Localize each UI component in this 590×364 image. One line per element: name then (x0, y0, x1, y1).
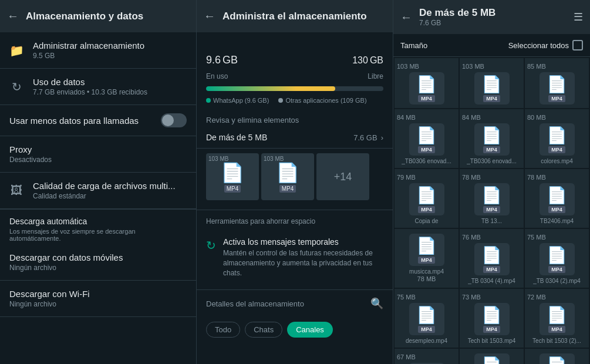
data-usage-subtitle: 7.7 GB enviados • 10.3 GB recibidos (33, 88, 187, 96)
search-icon[interactable]: 🔍 (370, 297, 383, 310)
storage-progress-bar (206, 86, 383, 91)
file-doc-icon-4: 📄 (481, 126, 502, 145)
file-icon-wrap-16: 📄 MP4 (474, 353, 510, 364)
panel1-header: ← Almacenamiento y datos (0, 0, 196, 32)
file-doc-icon-1: 📄 (481, 75, 502, 94)
file-icon-wrap-1: 📄 MP4 (474, 72, 510, 105)
folder-icon: 📁 (9, 43, 23, 58)
file-item-9[interactable]: 📄 MP4 musicca.mp4 78 MB (395, 229, 458, 288)
wifi-download-title: Descargar con Wi-Fi (9, 289, 187, 299)
file-size-bottom-9: 78 MB (417, 275, 436, 282)
panel3-back-icon[interactable]: ← (400, 11, 412, 24)
wifi-download-subtitle: Ningún archivo (9, 300, 187, 308)
menu-item-manage-storage[interactable]: 📁 Administrar almacenamiento 9.5 GB (0, 32, 196, 69)
details-title: Detalles del almacenamiento (206, 299, 304, 308)
file-item-8[interactable]: 78 MB 📄 MP4 TB2406.mp4 (525, 169, 589, 228)
file-item-0[interactable]: 103 MB 📄 MP4 (395, 58, 458, 108)
select-all-group[interactable]: Seleccionar todos (508, 40, 583, 50)
file-icon-wrap-3: 📄 MP4 (409, 123, 444, 156)
menu-item-data-usage[interactable]: ↻ Uso de datos 7.7 GB enviados • 10.3 GB… (0, 69, 196, 105)
select-all-checkbox[interactable] (572, 40, 583, 50)
file-doc-icon-16: 📄 (481, 356, 502, 364)
file-icon-wrap-17: 📄 MP4 (540, 353, 575, 364)
preview-thumbnails: 103 MB 📄 MP4 103 MB 📄 MP4 +14 (197, 149, 393, 210)
details-section[interactable]: Detalles del almacenamiento 🔍 (197, 289, 393, 317)
file-icon-wrap-4: 📄 MP4 (474, 123, 510, 156)
preview-item-1[interactable]: 103 MB 📄 MP4 (261, 153, 314, 200)
panel-almacenamiento-datos: ← Almacenamiento y datos 📁 Administrar a… (0, 0, 197, 364)
file-item-11[interactable]: 75 MB 📄 MP4 _TB 0304 (2).mp4 (525, 229, 589, 288)
file-item-13[interactable]: 73 MB 📄 MP4 Tech bit 1503.mp4 (460, 289, 524, 348)
tab-canales[interactable]: Canales (287, 322, 333, 338)
file-icon-wrap-12: 📄 MP4 (409, 303, 444, 335)
mp4-icon-1: 📄 (276, 161, 299, 184)
menu-item-upload-quality[interactable]: 🖼 Calidad de carga de archivos multi... … (0, 173, 196, 209)
menu-item-wifi-download[interactable]: Descargar con Wi-Fi Ningún archivo (0, 281, 196, 317)
panel2-back-icon[interactable]: ← (204, 9, 215, 23)
panel2-title: Administra el almacenamiento (222, 11, 367, 22)
file-size-14: 72 MB (527, 294, 546, 301)
file-item-15[interactable]: 67 MB 📄 MP4 TB 3005 ENTINT... (395, 349, 458, 364)
menu-item-mobile-download[interactable]: Descargar con datos móviles Ningún archi… (0, 244, 196, 281)
toggle-knob (162, 114, 174, 126)
preview-size-0: 103 MB (208, 156, 228, 162)
panel3-header: ← De más de 5 MB 7.6 GB ☰ (393, 0, 590, 34)
file-doc-icon-0: 📄 (416, 75, 437, 94)
file-size-1: 103 MB (462, 63, 484, 70)
file-doc-icon-3: 📄 (416, 126, 437, 145)
file-item-7[interactable]: 78 MB 📄 MP4 TB 13... (460, 169, 524, 228)
file-item-12[interactable]: 75 MB 📄 MP4 desempleo.mp4 (395, 289, 458, 348)
storage-used-value: 9.6GB (206, 44, 238, 68)
grid-header: Tamaño Seleccionar todos (393, 34, 590, 57)
file-item-3[interactable]: 84 MB 📄 MP4 _TB0306 enovad... (395, 109, 458, 168)
file-doc-icon-5: 📄 (547, 126, 567, 145)
file-item-5[interactable]: 80 MB 📄 MP4 colores.mp4 (525, 109, 589, 168)
file-name-13: Tech bit 1503.mp4 (468, 338, 516, 344)
file-name-7: TB 13... (481, 218, 502, 224)
file-icon-wrap-8: 📄 MP4 (540, 183, 575, 215)
menu-item-proxy[interactable]: Proxy Desactivados (0, 136, 196, 173)
less-data-toggle[interactable] (161, 113, 187, 127)
preview-more[interactable]: +14 (316, 153, 369, 200)
tab-todo[interactable]: Todo (206, 322, 240, 338)
panel1-title: Almacenamiento y datos (26, 11, 143, 22)
file-size-12: 75 MB (397, 294, 416, 301)
more-5mb-row[interactable]: De más de 5 MB 7.6 GB › (197, 127, 393, 149)
storage-labels: En uso Libre (206, 72, 383, 80)
file-doc-icon-7: 📄 (481, 186, 502, 205)
file-icon-wrap-5: 📄 MP4 (540, 123, 575, 156)
file-size-8: 78 MB (527, 174, 546, 181)
more-5mb-label: De más de 5 MB (206, 133, 267, 142)
mp4-icon-0: 📄 (221, 161, 244, 184)
manage-storage-subtitle: 9.5 GB (33, 52, 187, 60)
file-item-4[interactable]: 84 MB 📄 MP4 _TB0306 enovad... (460, 109, 524, 168)
file-name-14: Tech bit 1503 (2)... (532, 338, 581, 344)
file-item-14[interactable]: 72 MB 📄 MP4 Tech bit 1503 (2)... (525, 289, 589, 348)
file-icon-wrap-14: 📄 MP4 (540, 303, 575, 335)
data-usage-icon: ↻ (9, 80, 23, 94)
menu-item-less-data[interactable]: Usar menos datos para llamadas (0, 105, 196, 136)
file-icon-wrap-13: 📄 MP4 (474, 303, 510, 335)
select-all-label: Seleccionar todos (508, 41, 569, 50)
file-item-17[interactable]: 📄 MP4 (525, 349, 589, 364)
upload-quality-icon: 🖼 (9, 184, 23, 197)
back-arrow-icon[interactable]: ← (7, 9, 19, 23)
more-5mb-size: 7.6 GB (353, 133, 377, 142)
legend-other: Otras aplicaciones (109 GB) (278, 97, 366, 104)
proxy-title: Proxy (9, 144, 187, 154)
file-item-6[interactable]: 79 MB 📄 MP4 Copia de (395, 169, 458, 228)
file-icon-wrap-10: 📄 MP4 (474, 243, 510, 275)
file-item-10[interactable]: 76 MB 📄 MP4 _TB 0304 (4).mp4 (460, 229, 524, 288)
filter-icon[interactable]: ☰ (574, 11, 583, 23)
storage-legend: WhatsApp (9.6 GB) Otras aplicaciones (10… (206, 97, 383, 104)
tool-temp-messages[interactable]: ↻ Activa los mensajes temporales Mantén … (206, 232, 383, 282)
file-item-16[interactable]: 📄 MP4 (460, 349, 524, 364)
file-name-5: colores.mp4 (541, 158, 572, 164)
file-item-2[interactable]: 85 MB 📄 MP4 (525, 58, 589, 108)
file-name-12: desempleo.mp4 (406, 338, 447, 344)
preview-item-0[interactable]: 103 MB 📄 MP4 (206, 153, 259, 200)
storage-used-label: En uso (206, 72, 228, 80)
panel3-subtitle: 7.6 GB (419, 19, 567, 27)
file-item-1[interactable]: 103 MB 📄 MP4 (460, 58, 524, 108)
tab-chats[interactable]: Chats (245, 322, 282, 338)
